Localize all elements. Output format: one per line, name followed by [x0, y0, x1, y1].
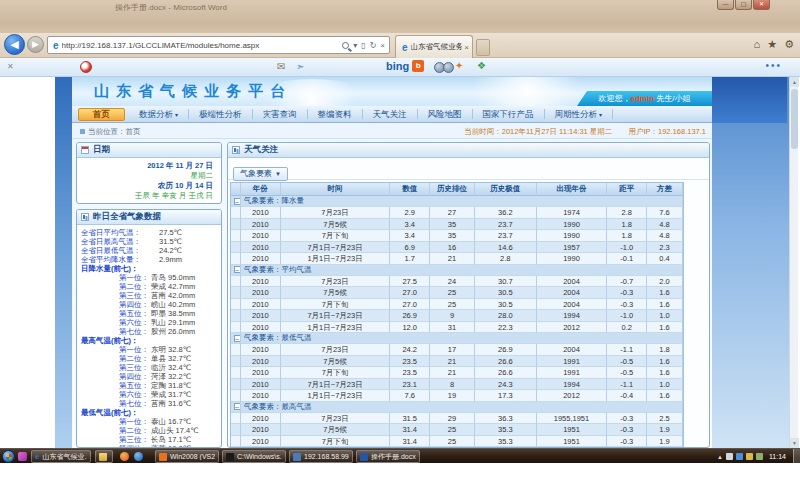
table-row[interactable]: 20107月23日31.52936.31955,1951-0.32.5: [231, 413, 683, 425]
address-bar[interactable]: e http://192.168.137.1/GLCCLIMATE/module…: [47, 36, 390, 54]
addon-bar-close-icon[interactable]: ✕: [7, 62, 14, 71]
table-row[interactable]: 20107月1日~7月23日6.91614.61957-1.02.3: [231, 242, 683, 254]
pinned-app-icon[interactable]: [18, 452, 27, 461]
forward-button[interactable]: ▶: [27, 36, 44, 53]
tab-title[interactable]: 山东省气候业务平...: [411, 42, 463, 52]
column-header[interactable]: 距平: [607, 183, 647, 196]
mail-icon[interactable]: ✉: [277, 61, 285, 72]
menu-item[interactable]: 数据分析▾: [129, 109, 189, 119]
menu-item[interactable]: 灾害查询: [253, 109, 308, 119]
addon-logo-icon[interactable]: [80, 61, 92, 73]
url-text[interactable]: http://192.168.137.1/GLCCLIMATE/modules/…: [62, 41, 341, 50]
search-icon[interactable]: [342, 42, 349, 49]
action-center-icon[interactable]: [726, 453, 733, 460]
element-selector-button[interactable]: 气象要素▼: [233, 167, 288, 181]
stop-icon[interactable]: ×: [380, 41, 385, 50]
compatibility-icon[interactable]: ▯: [361, 41, 365, 50]
group-expander-cell[interactable]: –: [231, 265, 241, 276]
table-row[interactable]: 20107月23日24.21726.92004-1.11.8: [231, 344, 683, 356]
collapse-icon[interactable]: –: [234, 266, 241, 273]
table-row[interactable]: 20101月1日~7月23日1.7212.81990-0.10.4: [231, 253, 683, 265]
table-cell: 2010: [241, 299, 281, 311]
collapse-icon[interactable]: –: [234, 198, 241, 205]
search-dropdown-icon[interactable]: ▾: [353, 41, 357, 50]
tab-close-icon[interactable]: ×: [464, 43, 469, 52]
back-button[interactable]: ◀: [4, 34, 25, 55]
menu-item-home[interactable]: 首页: [78, 108, 125, 121]
column-header[interactable]: 时间: [281, 183, 391, 196]
coin-icon[interactable]: [443, 62, 454, 73]
scroll-up-icon[interactable]: ▲: [790, 77, 799, 87]
taskbar-explorer[interactable]: [95, 450, 113, 463]
table-cell: 1.6: [647, 287, 683, 299]
group-expander-cell[interactable]: –: [231, 402, 241, 413]
taskbar-task-button[interactable]: Win2008 (VS2...: [155, 450, 219, 463]
table-group-row[interactable]: –气象要素：降水量: [231, 196, 683, 207]
taskbar-task-button[interactable]: C:\Windows\s...: [222, 450, 286, 463]
refresh-icon[interactable]: ↻: [370, 41, 377, 50]
collapse-icon[interactable]: –: [234, 335, 241, 342]
group-expander-cell[interactable]: –: [231, 196, 241, 207]
favorites-star-icon[interactable]: ★: [767, 38, 777, 51]
menu-item[interactable]: 极端性分析: [189, 109, 253, 119]
send-icon[interactable]: ➣: [296, 61, 304, 72]
close-button[interactable]: ✕: [753, 0, 770, 10]
vertical-scrollbar[interactable]: ▲ ▼: [789, 77, 798, 448]
column-header[interactable]: 历史排位: [430, 183, 475, 196]
new-tab-button[interactable]: [476, 39, 490, 56]
column-header[interactable]: 出现年份: [537, 183, 608, 196]
collapse-icon[interactable]: –: [234, 403, 241, 410]
menu-item[interactable]: 整编资料: [308, 109, 363, 119]
menu-item[interactable]: 天气关注: [363, 109, 418, 119]
scroll-down-icon[interactable]: ▼: [790, 438, 799, 448]
column-header[interactable]: 历史极值: [475, 183, 537, 196]
more-options-icon[interactable]: •••: [765, 60, 782, 71]
table-row[interactable]: 20107月1日~7月23日23.1824.31994-1.11.0: [231, 379, 683, 391]
table-row[interactable]: 20107月下旬31.42535.31951-0.31.9: [231, 436, 683, 448]
table-group-row[interactable]: –气象要素：平均气温: [231, 265, 683, 276]
tools-gear-icon[interactable]: ⚙: [784, 38, 794, 51]
table-row[interactable]: 20107月下旬23.52126.61991-0.51.6: [231, 367, 683, 379]
table-group-row[interactable]: –气象要素：最低气温: [231, 333, 683, 344]
table-row[interactable]: 20107月1日~7月23日26.9928.01994-1.01.0: [231, 310, 683, 322]
scrollbar-thumb[interactable]: [791, 89, 798, 149]
taskbar-task-button[interactable]: 操作手册.docx...: [356, 450, 420, 463]
table-row[interactable]: 20107月23日2.92736.219742.87.6: [231, 207, 683, 219]
browser-tab[interactable]: e 山东省气候业务平... ×: [395, 35, 473, 58]
table-row[interactable]: 20107月5候23.52126.61991-0.51.6: [231, 356, 683, 368]
sparkle-icon[interactable]: ✦: [455, 60, 463, 71]
table-row[interactable]: 20107月下旬3.43523.719901.84.8: [231, 230, 683, 242]
bing-box-icon[interactable]: b: [412, 60, 424, 72]
maximize-button[interactable]: ▢: [735, 0, 752, 10]
puzzle-addon-icon[interactable]: ❖: [477, 60, 486, 71]
home-icon[interactable]: ⌂: [754, 38, 761, 51]
table-row[interactable]: 20101月1日~7月23日7.61917.32012-0.41.6: [231, 390, 683, 402]
bing-logo[interactable]: bing: [386, 60, 409, 72]
taskbar-active-ie[interactable]: e 山东省气候业...: [31, 450, 91, 463]
column-header[interactable]: 年份: [241, 183, 281, 196]
start-button[interactable]: [2, 450, 15, 463]
group-expander-cell[interactable]: –: [231, 333, 241, 344]
taskbar-clock[interactable]: 11:14: [769, 453, 786, 460]
menu-item[interactable]: 周期性分析▾: [545, 109, 614, 119]
table-row[interactable]: 20101月1日~7月23日12.03122.320120.21.6: [231, 322, 683, 334]
tray-expand-icon[interactable]: ▲: [717, 454, 723, 460]
power-icon[interactable]: [756, 453, 763, 460]
table-group-row[interactable]: –气象要素：最高气温: [231, 402, 683, 413]
table-row[interactable]: 20107月23日27.52430.72004-0.72.0: [231, 276, 683, 288]
table-row[interactable]: 20107月5候31.42535.31951-0.31.9: [231, 424, 683, 436]
media-app-icon[interactable]: [120, 452, 129, 461]
table-row[interactable]: 20107月下旬27.02530.52004-0.31.6: [231, 299, 683, 311]
table-row[interactable]: 20107月5候3.43523.719901.84.8: [231, 219, 683, 231]
column-header[interactable]: 方差: [647, 183, 683, 196]
taskbar-task-button[interactable]: 192.168.58.99...: [289, 450, 353, 463]
network-icon[interactable]: [736, 453, 743, 460]
table-row[interactable]: 20107月5候27.02530.52004-0.31.6: [231, 287, 683, 299]
menu-item[interactable]: 国家下行产品: [473, 109, 545, 119]
minimize-button[interactable]: —: [717, 0, 734, 10]
volume-icon[interactable]: [746, 453, 753, 460]
column-header[interactable]: 数值: [390, 183, 430, 196]
show-desktop-button[interactable]: [793, 449, 800, 464]
browser-app-icon[interactable]: [134, 452, 143, 461]
menu-item[interactable]: 风险地图: [418, 109, 473, 119]
